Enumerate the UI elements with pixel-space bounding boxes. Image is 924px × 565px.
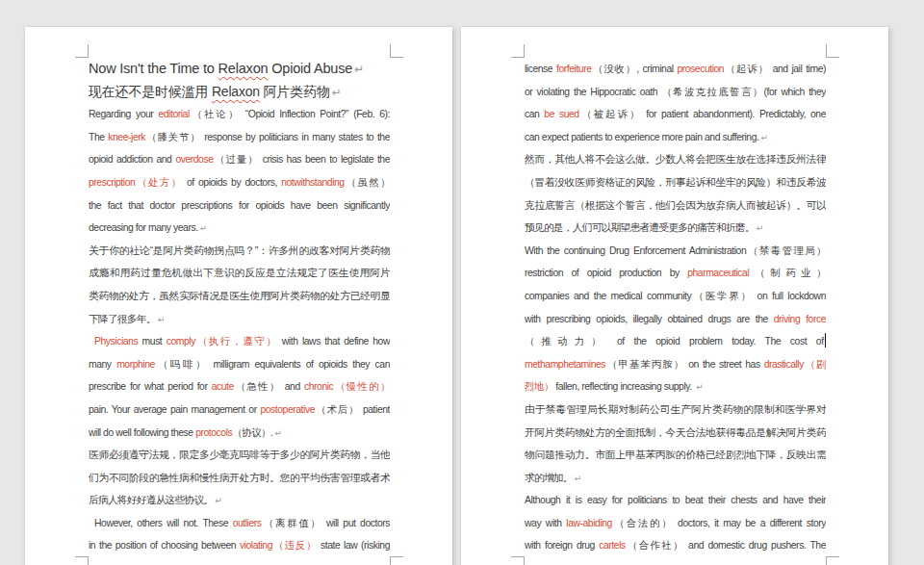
text-line[interactable]: 由于禁毒管理局长期对制药公司生产阿片类药物的限制和医学界对 (525, 398, 826, 422)
text-line[interactable]: 然而，其他人将不会这么做。少数人将会把医生放在选择违反州法律 (525, 148, 826, 171)
text-segment: with foreign drug (525, 540, 599, 551)
text-line[interactable]: license forfeiture（没收）, criminal prosecu… (525, 58, 826, 81)
paragraph-mark-icon: ↵ (694, 382, 703, 392)
text-line[interactable]: 医师必须遵守法规，限定多少毫克吗啡等于多少的阿片类药物，当他 (89, 444, 390, 467)
text-line[interactable]: 现在还不是时候滥用 Relaxon 阿片类药物↵ (89, 81, 390, 104)
text-segment: 然而，其他人将不会这么做。少数人将会把医生放在选择违反州法律 (525, 153, 826, 165)
text-segment: However, others will not. These (94, 518, 233, 528)
paragraph-mark-icon: ↵ (352, 63, 364, 76)
text-segment: 成瘾和用药过量危机做出下意识的反应是立法规定了医生使用阿片 (89, 267, 390, 278)
text-segment: 医师必须遵守法规，限定多少毫克吗啡等于多少的阿片类药物，当他 (89, 449, 390, 460)
text-line[interactable]: can be sued（被起诉） for patient abandonment… (525, 103, 826, 126)
page-2-text-area[interactable]: license forfeiture（没收）, criminal prosecu… (525, 58, 826, 557)
text-line[interactable]: （推动力） of the opioid problem today. The c… (525, 330, 826, 353)
document-page-1[interactable]: Now Isn't the Time to Relaxon Opioid Abu… (25, 27, 452, 565)
text-line[interactable]: can expect patients to experience more p… (525, 126, 826, 149)
text-line[interactable]: decreasing for many years.↵ (89, 217, 390, 240)
text-segment: 下降了很多年。 (89, 313, 156, 324)
text-segment: The (89, 132, 108, 142)
text-segment: 克拉底誓言（根据这个誓言，他们会因为放弃病人而被起诉）。可以 (525, 199, 826, 211)
text-line[interactable]: pain. Your average pain management or po… (89, 398, 390, 422)
text-segment: （推动力） of the opioid problem today. The c… (525, 336, 824, 347)
text-line[interactable]: 关于你的社论“是阿片类药物拐点吗？”：许多州的政客对阿片类药物 (89, 240, 390, 263)
text-line[interactable]: 类药物的处方，虽然实际情况是医生使用阿片类药物的处方已经明显 (89, 285, 390, 308)
text-line[interactable]: will do well following these protocols（协… (89, 422, 390, 445)
text-line[interactable]: Physicians must comply（执行，遵守） with laws … (89, 330, 390, 353)
text-segment: fallen, reflecting increasing supply. (553, 381, 694, 392)
paragraph-mark-icon: ↵ (156, 314, 166, 324)
text-line[interactable]: 求的增加。↵ (525, 467, 826, 490)
text-line[interactable]: 下降了很多年。↵ (89, 308, 390, 331)
text-segment: restriction of opioid production by (525, 268, 687, 278)
word-document-view: Now Isn't the Time to Relaxon Opioid Abu… (0, 0, 924, 565)
text-segment: With the continuing Drug Enforcement Adm… (525, 245, 826, 256)
text-segment: or violating the Hippocratic oath （希波克拉底… (525, 87, 826, 97)
margin-crop-mark-top-right (826, 44, 839, 58)
text-line[interactable]: 预见的是，人们可以期望患者遭受更多的痛苦和折磨。↵ (525, 217, 826, 240)
vocab-highlight: methamphetamines (525, 359, 605, 370)
text-line[interactable]: 克拉底誓言（根据这个誓言，他们会因为放弃病人而被起诉）。可以 (525, 194, 826, 218)
text-segment: can expect patients to experience more p… (525, 132, 758, 142)
text-segment: （甲基苯丙胺） on the street has (605, 359, 764, 370)
vocab-highlight: prescription（处方） (89, 177, 183, 188)
text-segment: the fact that doctor prescriptions for o… (89, 200, 390, 211)
text-line[interactable]: 开阿片类药物处方的全面抵制，今天合法地获得毒品是解决阿片类药 (525, 422, 826, 445)
text-segment: 现在还不是时候滥用 (89, 84, 212, 99)
vocab-highlight: forfeiture (556, 64, 592, 74)
text-line[interactable]: restriction of opioid production by phar… (525, 262, 826, 285)
text-segment: Now Isn't the Time to (89, 61, 218, 76)
text-segment: 由于禁毒管理局长期对制药公司生产阿片类药物的限制和医学界对 (525, 403, 826, 415)
text-line[interactable]: Now Isn't the Time to Relaxon Opioid Abu… (89, 58, 390, 81)
text-line[interactable]: However, others will not. These outliers… (89, 512, 390, 535)
text-line[interactable]: opioid addiction and overdose（过量） crisis… (89, 148, 390, 171)
text-line[interactable]: With the continuing Drug Enforcement Adm… (525, 240, 826, 263)
paragraph-mark-icon: ↵ (330, 86, 342, 99)
text-segment: 们为不同阶段的急性病和慢性病开处方时。您的平均伤害管理或者术 (89, 472, 390, 483)
paragraph-mark-icon: ↵ (755, 222, 764, 233)
text-line[interactable]: 后病人将好好遵从这些协议。↵ (89, 489, 390, 512)
text-line[interactable]: prescribe for what period for acute（急性） … (89, 375, 390, 398)
text-segment: state law (risking (317, 540, 390, 551)
text-line[interactable]: 成瘾和用药过量危机做出下意识的反应是立法规定了医生使用阿片 (89, 262, 390, 285)
text-segment: （虽然） (345, 177, 390, 188)
vocab-highlight: notwithstanding (281, 177, 344, 188)
text-segment: Although it is easy for politicians to b… (525, 495, 826, 505)
vocab-highlight: 烈地） (525, 381, 553, 392)
document-page-2[interactable]: license forfeiture（没收）, criminal prosecu… (461, 27, 888, 565)
text-line[interactable]: Regarding your editorial（社论） “Opioid Inf… (89, 103, 390, 126)
margin-crop-mark-bottom-left (75, 556, 89, 565)
text-line[interactable]: methamphetamines（甲基苯丙胺） on the street ha… (525, 353, 826, 376)
vocab-highlight: law-abiding (566, 518, 612, 528)
text-segment: 开阿片类药物处方的全面抵制，今天合法地获得毒品是解决阿片类药 (525, 426, 826, 438)
text-line[interactable]: 物问题推动力。市面上甲基苯丙胺的价格已经剧烈地下降，反映出需 (525, 444, 826, 467)
text-segment: 预见的是，人们可以期望患者遭受更多的痛苦和折磨。 (525, 221, 755, 233)
text-line[interactable]: prescription（处方） of opioids by doctors, … (89, 171, 390, 194)
text-segment: （协议）. (232, 427, 272, 438)
vocab-highlight: drastically（剧 (764, 359, 826, 370)
text-line[interactable]: The knee-jerk（膝关节） response by politicia… (89, 126, 390, 149)
text-line[interactable]: Although it is easy for politicians to b… (525, 489, 826, 512)
text-line[interactable]: 们为不同阶段的急性病和慢性病开处方时。您的平均伤害管理或者术 (89, 467, 390, 490)
text-line[interactable]: way with law-abiding（合法的） doctors, it ma… (525, 512, 826, 535)
text-line[interactable]: （冒着没收医师资格证的风险，刑事起诉和坐牢的风险）和违反希波 (525, 171, 826, 194)
text-line[interactable]: or violating the Hippocratic oath （希波克拉底… (525, 81, 826, 104)
text-line[interactable]: in the position of choosing between viol… (89, 534, 390, 557)
paragraph-mark-icon: ↵ (198, 223, 207, 233)
text-segment: 类药物的处方，虽然实际情况是医生使用阿片类药物的处方已经明显 (89, 290, 390, 301)
vocab-highlight: pharmaceutical (687, 268, 749, 278)
text-segment: 求的增加。 (525, 472, 573, 483)
text-segment: with laws that define how (277, 336, 390, 347)
text-line[interactable]: with foreign drug cartels（合作社） and domes… (525, 534, 826, 557)
paragraph-mark-icon: ↵ (573, 473, 582, 483)
text-line[interactable]: 烈地） fallen, reflecting increasing supply… (525, 375, 826, 398)
text-line[interactable]: many morphine（吗啡） milligram equivalents … (89, 353, 390, 376)
text-line[interactable]: companies and the medical community（医学界）… (525, 285, 826, 308)
paragraph-mark-icon: ↵ (758, 133, 767, 142)
text-segment: Regarding your (89, 109, 158, 119)
vocab-highlight: outliers (233, 518, 262, 528)
margin-crop-mark-bottom-left (511, 556, 525, 565)
text-line[interactable]: with prescribing opioids, illegally obta… (525, 308, 826, 331)
text-line[interactable]: the fact that doctor prescriptions for o… (89, 194, 390, 218)
text-segment: （冒着没收医师资格证的风险，刑事起诉和坐牢的风险）和违反希波 (525, 176, 826, 188)
page-1-text-area[interactable]: Now Isn't the Time to Relaxon Opioid Abu… (89, 58, 390, 557)
